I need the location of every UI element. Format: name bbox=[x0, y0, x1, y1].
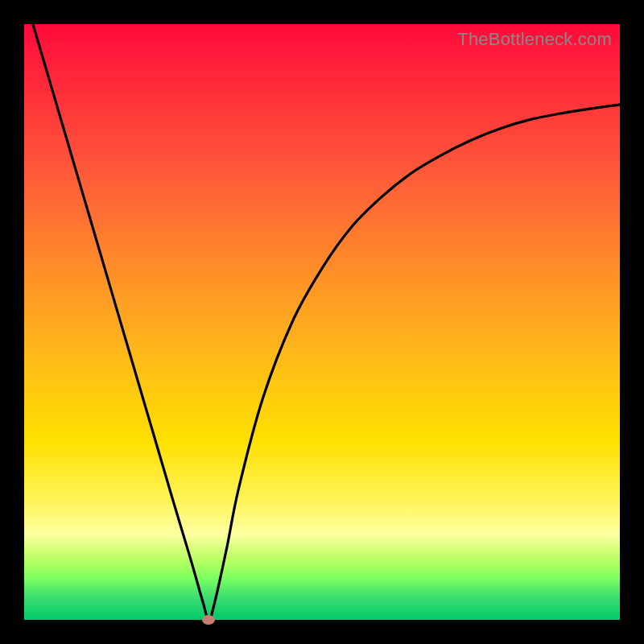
optimal-point-marker bbox=[202, 615, 215, 625]
curve-path bbox=[24, 0, 620, 620]
bottleneck-curve bbox=[24, 24, 620, 620]
chart-frame: TheBottleneck.com bbox=[0, 0, 644, 644]
plot-area: TheBottleneck.com bbox=[24, 24, 620, 620]
